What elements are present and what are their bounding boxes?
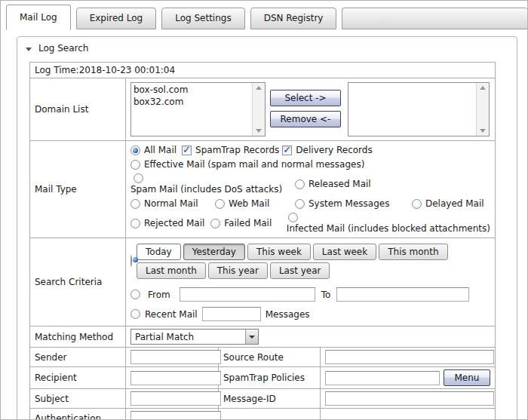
- domain-item[interactable]: box32.com: [134, 96, 250, 108]
- sender-label: Sender: [30, 348, 126, 367]
- period-button-last-month[interactable]: Last month: [137, 262, 206, 279]
- menu-button[interactable]: Menu: [444, 369, 490, 386]
- option-label: All Mail: [144, 145, 177, 155]
- recent-mail-count-input[interactable]: [202, 307, 261, 321]
- radio-icon: [288, 213, 298, 222]
- log-search-form: Log Time:2018-10-23 00:01:04 Domain List…: [29, 62, 496, 420]
- option-label: Effective Mail (spam mail and normal mes…: [144, 159, 364, 170]
- radio-icon: [130, 255, 132, 267]
- dropdown-arrow-icon[interactable]: [245, 330, 258, 344]
- option-label: Web Mail: [229, 198, 269, 209]
- recipient-label: Recipient: [30, 367, 126, 389]
- listbox-scrollbar[interactable]: [476, 83, 489, 136]
- radio-icon: [130, 146, 140, 155]
- select-domain-button[interactable]: Select ->: [270, 90, 341, 106]
- checkbox-icon: [182, 146, 192, 155]
- tab-expired-log[interactable]: Expired Log: [76, 8, 157, 29]
- scroll-up-icon[interactable]: [256, 86, 262, 90]
- authentication-input[interactable]: [130, 411, 221, 420]
- period-button-this-month[interactable]: This month: [379, 244, 447, 260]
- radio-released-mail[interactable]: Released Mail: [295, 179, 371, 189]
- recipient-input[interactable]: [130, 371, 221, 385]
- matching-method-select[interactable]: Partial Match: [130, 329, 259, 345]
- option-label: Delivery Records: [296, 145, 372, 155]
- tab-strip-filler: [342, 8, 527, 29]
- radio-rejected-mail[interactable]: Rejected Mail: [130, 218, 210, 228]
- matching-method-label: Matching Method: [30, 326, 126, 348]
- checkbox-delivery-records[interactable]: Delivery Records: [282, 145, 372, 155]
- radio-web-mail[interactable]: Web Mail: [215, 198, 295, 209]
- from-label: From: [148, 290, 170, 300]
- mail-log-page: Mail Log Expired Log Log Settings DSN Re…: [0, 0, 528, 420]
- radio-system-messages[interactable]: System Messages: [295, 198, 412, 209]
- radio-all-mail[interactable]: All Mail: [130, 145, 177, 155]
- subject-label: Subject: [30, 389, 126, 409]
- radio-icon: [210, 219, 220, 228]
- radio-icon: [295, 199, 305, 209]
- spamtrap-policies-input[interactable]: [325, 371, 440, 385]
- recent-mail-label: Recent Mail: [145, 309, 198, 320]
- log-time-label: Log Time:: [35, 65, 79, 75]
- source-route-input[interactable]: [325, 350, 494, 364]
- scroll-down-icon[interactable]: [256, 129, 262, 133]
- subject-input[interactable]: [130, 391, 221, 406]
- period-button-last-year[interactable]: Last year: [270, 262, 330, 279]
- remove-domain-button[interactable]: Remove <-: [270, 111, 341, 127]
- radio-failed-mail[interactable]: Failed Mail: [210, 218, 287, 228]
- option-label: Normal Mail: [144, 198, 198, 209]
- to-label: To: [321, 290, 331, 300]
- option-label: SpamTrap Records: [195, 145, 279, 155]
- spamtrap-policies-label: SpamTrap Policies: [219, 367, 321, 389]
- domain-selected-listbox[interactable]: [348, 82, 490, 136]
- sender-input[interactable]: [130, 350, 221, 364]
- matching-method-value: Partial Match: [131, 332, 245, 342]
- listbox-scrollbar[interactable]: [252, 83, 265, 136]
- radio-effective-mail[interactable]: Effective Mail (spam mail and normal mes…: [130, 159, 364, 170]
- checkbox-icon: [282, 146, 292, 155]
- message-id-input[interactable]: [325, 391, 494, 406]
- panel-title: Log Search: [38, 43, 88, 54]
- domain-available-listbox[interactable]: box-sol.com box32.com: [130, 82, 266, 136]
- log-search-collapse-header[interactable]: Log Search: [17, 37, 517, 57]
- option-label: System Messages: [309, 198, 389, 209]
- radio-normal-mail[interactable]: Normal Mail: [130, 198, 215, 209]
- collapse-caret-icon: [26, 48, 32, 51]
- tab-bar: Mail Log Expired Log Log Settings DSN Re…: [1, 1, 527, 29]
- radio-recent-mail[interactable]: [130, 309, 140, 319]
- tab-mail-log[interactable]: Mail Log: [6, 5, 71, 30]
- option-label: Released Mail: [309, 179, 371, 189]
- option-label: Rejected Mail: [144, 218, 204, 228]
- checkbox-spamtrap-records[interactable]: SpamTrap Records: [182, 145, 279, 155]
- radio-icon: [134, 173, 143, 183]
- from-date-input[interactable]: [180, 287, 315, 302]
- option-label: Delayed Mail: [425, 198, 484, 209]
- to-date-input[interactable]: [336, 287, 469, 302]
- radio-date-range[interactable]: [130, 290, 140, 299]
- period-button-last-week[interactable]: Last week: [313, 244, 376, 260]
- radio-icon: [295, 179, 305, 189]
- messages-label: Messages: [266, 309, 310, 320]
- radio-spam-mail[interactable]: Spam Mail (includes DoS attacks): [130, 173, 295, 195]
- scroll-up-icon[interactable]: [480, 86, 486, 90]
- scroll-down-icon[interactable]: [480, 129, 486, 133]
- radio-icon: [130, 219, 140, 228]
- option-label: Spam Mail (includes DoS attacks): [130, 184, 282, 195]
- radio-icon: [130, 199, 140, 209]
- radio-infected-mail[interactable]: Infected Mail (includes blocked attachme…: [287, 213, 490, 234]
- period-button-yesterday[interactable]: Yesterday: [183, 244, 245, 260]
- period-button-this-year[interactable]: This year: [208, 262, 268, 279]
- option-label: Failed Mail: [224, 218, 272, 228]
- radio-icon: [215, 199, 225, 209]
- domain-item[interactable]: box-sol.com: [134, 84, 250, 96]
- radio-delayed-mail[interactable]: Delayed Mail: [412, 198, 484, 209]
- tab-dsn-registry[interactable]: DSN Registry: [250, 8, 337, 29]
- search-criteria-label: Search Criteria: [30, 238, 126, 326]
- domain-list-label: Domain List: [30, 78, 126, 141]
- radio-period[interactable]: [130, 256, 132, 266]
- option-label: Infected Mail (includes blocked attachme…: [287, 223, 490, 234]
- tab-log-settings[interactable]: Log Settings: [161, 8, 244, 29]
- log-time-value: 2018-10-23 00:01:04: [79, 65, 175, 75]
- log-search-panel: Log Search Log Time:2018-10-23 00:01:04 …: [17, 36, 517, 420]
- period-button-this-week[interactable]: This week: [247, 244, 311, 260]
- period-button-today[interactable]: Today: [137, 244, 181, 260]
